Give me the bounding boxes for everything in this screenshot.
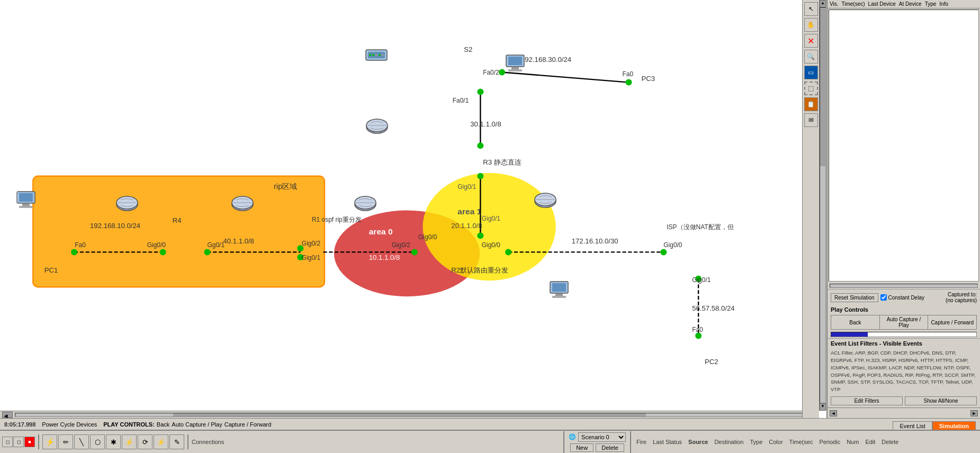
capture-forward-btn[interactable]: Capture / Forward xyxy=(928,315,976,329)
orange-btn[interactable]: 📋 xyxy=(804,97,818,111)
periodic-col[interactable]: Periodic xyxy=(819,439,840,445)
rect-btn[interactable]: ▭ xyxy=(804,66,818,79)
auto-capture-btn[interactable]: Auto Capture / Play xyxy=(880,315,929,329)
scroll-left-btn[interactable]: ◄ xyxy=(830,410,837,416)
tool-icons-group: ◻ ◻ ■ ⚡ ✏ ╲ ⬡ ✱ ⚡ ⟳ ⚡ ✎ xyxy=(2,434,188,449)
svg-text:Gig0/2: Gig0/2 xyxy=(302,240,321,247)
col-time: Time(sec) xyxy=(842,1,865,7)
capture-forward-static: Capture / Forward xyxy=(224,421,272,428)
hand-tool-btn[interactable]: ✋ xyxy=(804,18,818,32)
toolbar-btn1[interactable]: ⚡ xyxy=(42,434,57,449)
device-r2[interactable] xyxy=(354,195,377,214)
device-pc2[interactable] xyxy=(548,280,571,300)
svg-text:R3 静态直连: R3 静态直连 xyxy=(483,158,521,166)
device-r3[interactable] xyxy=(365,117,389,137)
event-list-scrollbar-area xyxy=(828,283,980,289)
tool-sq3[interactable]: ■ xyxy=(24,437,35,447)
event-list-tab[interactable]: Event List xyxy=(893,421,932,430)
canvas-area[interactable]: area 0 10.1.1.0/8 area 1 20.1.1.0/8 rip区… xyxy=(0,0,826,418)
delete-col[interactable]: Delete xyxy=(882,439,898,445)
constant-delay-text: Constant Delay xyxy=(888,295,924,301)
dashed-rect-btn[interactable]: ⬚ xyxy=(804,81,818,95)
device-s2[interactable] xyxy=(365,48,388,62)
destination-col[interactable]: Destination xyxy=(714,439,743,445)
close-btn[interactable]: ✕ xyxy=(804,34,818,48)
play-progress-bar[interactable] xyxy=(831,332,977,337)
captured-to-section: Captured to: (no captures) xyxy=(946,292,977,303)
edit-col[interactable]: Edit xyxy=(865,439,875,445)
play-controls-buttons: Back Auto Capture / Play Capture / Forwa… xyxy=(831,315,977,330)
show-all-none-btn[interactable]: Show All/None xyxy=(905,396,977,405)
toolbar-btn3[interactable]: ╲ xyxy=(74,434,89,449)
svg-rect-64 xyxy=(19,193,33,202)
scenario-select[interactable]: Scenario 0 xyxy=(578,432,626,442)
time-col[interactable]: Time(sec xyxy=(789,439,813,445)
type-col[interactable]: Type xyxy=(750,439,762,445)
svg-text:Gig0/1: Gig0/1 xyxy=(457,183,476,191)
scroll-right-btn[interactable]: ► xyxy=(970,410,978,416)
device-pc1[interactable] xyxy=(15,191,38,210)
svg-point-83 xyxy=(372,54,374,56)
svg-point-25 xyxy=(695,276,702,282)
device-r1[interactable] xyxy=(231,195,254,214)
h-scrollbar[interactable]: ◄ ► xyxy=(0,411,819,418)
svg-text:R4: R4 xyxy=(173,216,182,224)
search-btn[interactable]: 🔍 xyxy=(804,50,818,64)
right-panel-footer: ◄ ► xyxy=(828,407,980,418)
constant-delay-label[interactable]: Constant Delay xyxy=(880,294,924,301)
toolbar-btn5[interactable]: ✱ xyxy=(106,434,121,449)
svg-point-14 xyxy=(297,245,303,251)
constant-delay-checkbox[interactable] xyxy=(880,294,887,301)
new-scenario-btn[interactable]: New xyxy=(570,443,594,452)
device-r4[interactable] xyxy=(115,195,139,214)
event-list-area[interactable] xyxy=(829,10,979,282)
tool-sq2[interactable]: ◻ xyxy=(13,437,24,447)
connections-label: Connections xyxy=(192,439,224,445)
svg-point-86 xyxy=(382,54,384,56)
toolbar-btn9[interactable]: ✎ xyxy=(169,434,184,449)
event-filters-text: ACL Filter, ARP, BGP, CDP, DHCP, DHCPv6,… xyxy=(828,348,980,394)
filter-buttons-row: Edit Filters Show All/None xyxy=(828,394,980,407)
reset-simulation-btn[interactable]: Reset Simulation xyxy=(831,293,878,302)
num-col[interactable]: Num xyxy=(847,439,859,445)
fire-col[interactable]: Fire xyxy=(636,439,646,445)
svg-text:Gig0/0: Gig0/0 xyxy=(663,241,682,249)
toolbar-btn2[interactable]: ✏ xyxy=(58,434,73,449)
power-cycle-label: Power Cycle Devices xyxy=(42,421,97,428)
svg-point-13 xyxy=(204,249,211,255)
toolbar-btn7[interactable]: ⟳ xyxy=(138,434,152,449)
color-col[interactable]: Color xyxy=(769,439,783,445)
toolbar-btn6[interactable]: ⚡ xyxy=(122,434,137,449)
last-status-col[interactable]: Last Status xyxy=(653,439,682,445)
tool-sq1[interactable]: ◻ xyxy=(2,437,13,447)
col-type: Type xyxy=(925,1,937,7)
simulation-tab[interactable]: Simulation xyxy=(932,421,976,430)
svg-point-84 xyxy=(375,54,377,56)
delete-scenario-btn[interactable]: Delete xyxy=(596,443,624,452)
svg-text:R1 ospf rip重分发: R1 ospf rip重分发 xyxy=(312,216,362,223)
back-btn[interactable]: Back xyxy=(831,315,880,329)
scenario-btns: New Delete xyxy=(570,443,624,452)
source-col[interactable]: Source xyxy=(688,439,708,445)
mail-btn[interactable]: ✉ xyxy=(804,113,818,127)
toolbar-btn4[interactable]: ⬡ xyxy=(90,434,105,449)
svg-text:Gig0/0: Gig0/0 xyxy=(418,233,437,241)
device-pc3[interactable] xyxy=(504,54,527,73)
toolbar-btn8[interactable]: ⚡ xyxy=(154,434,168,449)
svg-point-11 xyxy=(71,249,77,255)
edit-filters-btn[interactable]: Edit Filters xyxy=(831,396,903,405)
device-isp[interactable] xyxy=(534,192,557,211)
svg-text:ISP（没做NAT配置，但: ISP（没做NAT配置，但 xyxy=(667,223,733,231)
v-scrollbar[interactable]: ▲ ▼ xyxy=(819,0,826,411)
svg-rect-66 xyxy=(19,206,33,208)
svg-point-1 xyxy=(334,210,480,296)
svg-text:192.168.30.0/24: 192.168.30.0/24 xyxy=(521,56,571,64)
svg-point-18 xyxy=(477,173,483,179)
svg-text:56.57.58.0/24: 56.57.58.0/24 xyxy=(692,304,734,312)
main-container: area 0 10.1.1.0/8 area 1 20.1.1.0/8 rip区… xyxy=(0,0,980,453)
svg-point-23 xyxy=(505,249,511,255)
select-tool-btn[interactable]: ↖ xyxy=(804,2,818,16)
svg-point-15 xyxy=(297,254,303,260)
svg-text:20.1.1.0/8: 20.1.1.0/8 xyxy=(451,222,482,230)
top-area: area 0 10.1.1.0/8 area 1 20.1.1.0/8 rip区… xyxy=(0,0,980,418)
